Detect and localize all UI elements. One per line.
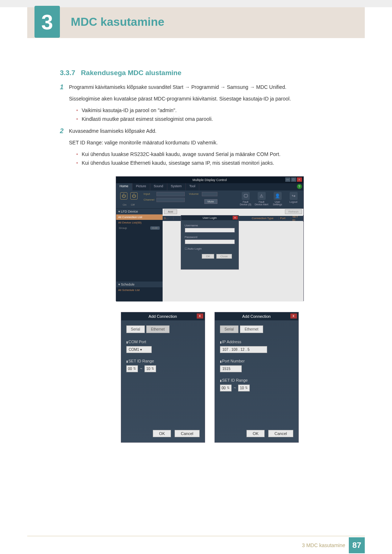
control-bar: ⏻ ⏻ On Off Input Channel Volume Mute 🖵Fa… bbox=[116, 190, 303, 209]
th-setid: SET ID bbox=[291, 215, 303, 222]
tab-serial[interactable]: Serial bbox=[220, 325, 239, 333]
username-input[interactable] bbox=[185, 228, 235, 233]
range-to-spinner[interactable]: 10 bbox=[238, 385, 250, 391]
bullet-item: Kui ühendus luuakse Etherneti kaudu, sis… bbox=[76, 159, 359, 168]
tab-ethernet[interactable]: Ethernet bbox=[240, 325, 263, 333]
step-1: 1 Programmi käivitamiseks klõpsake suvan… bbox=[60, 83, 359, 91]
bullet-text: Kindlasti muutke pärast esimest sisselog… bbox=[82, 115, 213, 124]
channel-dropdown[interactable] bbox=[156, 198, 185, 202]
power-on-icon[interactable]: ⏻ bbox=[120, 192, 127, 200]
add-button[interactable]: Add bbox=[164, 209, 177, 214]
step-2-sub: SET ID Range: valige monitorile määratud… bbox=[69, 139, 359, 147]
sidebar: LFD Device All Connection List All Devic… bbox=[116, 209, 163, 301]
bullet-text: Kui ühendus luuakse Etherneti kaudu, sis… bbox=[82, 159, 274, 168]
step-number: 2 bbox=[60, 127, 69, 135]
login-ok-button[interactable]: OK bbox=[202, 254, 214, 259]
tab-serial[interactable]: Serial bbox=[126, 325, 145, 333]
login-close-icon[interactable]: x bbox=[233, 216, 238, 219]
ok-button[interactable]: OK bbox=[246, 430, 265, 437]
tab-picture[interactable]: Picture bbox=[132, 183, 150, 190]
tab-sound[interactable]: Sound bbox=[150, 183, 167, 190]
cancel-button[interactable]: Cancel bbox=[268, 430, 293, 437]
tab-tool[interactable]: Tool bbox=[186, 183, 200, 190]
step-1-sub: Sisselogimise aken kuvatakse pärast MDC-… bbox=[69, 95, 359, 103]
input-label: Input bbox=[144, 192, 156, 196]
tab-home[interactable]: Home bbox=[116, 183, 132, 190]
dialog-title-text: Add Connection bbox=[242, 314, 270, 319]
power-on-label: On bbox=[123, 203, 127, 206]
window-buttons: — □ x bbox=[285, 177, 302, 182]
login-close-button[interactable]: Close bbox=[216, 254, 232, 259]
sidebar-schedule-header[interactable]: Schedule bbox=[116, 282, 163, 287]
port-number-label: Port Number bbox=[220, 359, 293, 363]
input-dropdown[interactable] bbox=[156, 192, 185, 196]
help-icon[interactable]: ? bbox=[297, 184, 302, 189]
page-footer: 3 MDC kasutamine 87 bbox=[27, 536, 365, 554]
close-icon[interactable]: x bbox=[290, 313, 297, 319]
add-connection-serial-dialog: Add Connection x Serial Ethernet COM Por… bbox=[121, 312, 205, 443]
user-settings-icon[interactable]: 👤User Settings bbox=[271, 192, 285, 207]
mdc-screenshot: Multiple Display Control — □ x ? Home Pi… bbox=[116, 176, 304, 301]
minimize-icon[interactable]: — bbox=[285, 177, 290, 182]
maximize-icon[interactable]: □ bbox=[291, 177, 296, 182]
user-label: User Settings bbox=[271, 201, 285, 206]
range-separator: ~ bbox=[140, 366, 142, 371]
comport-dropdown[interactable]: COM1 ▾ bbox=[126, 346, 152, 353]
close-icon[interactable]: x bbox=[297, 177, 302, 182]
setid-range-label: SET ID Range bbox=[126, 359, 200, 363]
tab-system[interactable]: System bbox=[167, 183, 186, 190]
sidebar-all-schedule[interactable]: All Schedule List bbox=[116, 287, 163, 293]
step-text: Programmi käivitamiseks klõpsake suvandi… bbox=[69, 83, 359, 91]
username-label: Username bbox=[185, 224, 235, 227]
password-input[interactable] bbox=[185, 239, 235, 244]
input-controls: Input Channel bbox=[142, 190, 187, 208]
step-1-bullets: Vaikimisi kasutaja-ID ja parool on "admi… bbox=[76, 106, 359, 124]
fault-device-icon[interactable]: 🖵Fault Device (0) bbox=[239, 192, 253, 207]
fault-alert-icon[interactable]: ⚠Fault Device Alert bbox=[255, 192, 269, 207]
th-connection: Connection Type bbox=[250, 217, 279, 220]
footer-text: 3 MDC kasutamine bbox=[302, 542, 345, 548]
login-title: User Login x bbox=[181, 216, 238, 220]
sidebar-lfd-header[interactable]: LFD Device bbox=[116, 209, 163, 214]
content-area: 3.3.7 Rakendusega MDC alustamine 1 Progr… bbox=[60, 69, 359, 443]
logout-label: Logout bbox=[287, 201, 301, 203]
range-from-spinner[interactable]: 00 bbox=[126, 365, 138, 372]
chapter-number-badge: 3 bbox=[34, 6, 60, 38]
password-label: Password bbox=[185, 235, 235, 239]
bullet-text: Kui ühendus luuakse RS232C-kaabli kaudu,… bbox=[82, 150, 281, 159]
power-off-label: Off bbox=[131, 203, 135, 206]
logout-icon[interactable]: ↪Logout bbox=[287, 192, 301, 207]
cancel-button[interactable]: Cancel bbox=[175, 430, 199, 437]
sidebar-group: Group Edit bbox=[116, 225, 163, 231]
window-titlebar: Multiple Display Control — □ x bbox=[116, 177, 303, 183]
dialog-title: Add Connection x bbox=[215, 312, 298, 320]
dialog-title-text: Add Connection bbox=[148, 314, 177, 319]
step-text: Kuvaseadme lisamiseks klõpsake Add. bbox=[69, 127, 359, 135]
step-2-bullets: Kui ühendus luuakse RS232C-kaabli kaudu,… bbox=[76, 150, 359, 168]
login-title-text: User Login bbox=[203, 216, 217, 219]
sidebar-all-connection[interactable]: All Connection List bbox=[116, 214, 163, 220]
alert-label: Fault Device Alert bbox=[255, 201, 269, 206]
window-body: LFD Device All Connection List All Devic… bbox=[116, 209, 303, 301]
range-to-spinner[interactable]: 10 bbox=[144, 365, 156, 372]
chapter-title: MDC kasutamine bbox=[71, 15, 164, 29]
auto-login-checkbox[interactable]: ☐ Auto Login bbox=[185, 247, 235, 250]
ip-address-label: IP Address bbox=[220, 340, 293, 344]
ip-address-input[interactable]: 107 . 108 . 12 . 5 bbox=[220, 346, 267, 353]
close-icon[interactable]: x bbox=[197, 313, 203, 319]
port-number-input[interactable]: 1515 bbox=[220, 365, 242, 372]
refresh-button[interactable]: Refresh bbox=[285, 209, 302, 214]
range-from-spinner[interactable]: 00 bbox=[220, 385, 232, 391]
ok-button[interactable]: OK bbox=[153, 430, 171, 437]
volume-controls: Volume Mute bbox=[187, 190, 220, 208]
volume-input[interactable] bbox=[202, 192, 217, 196]
edit-button[interactable]: Edit bbox=[150, 226, 160, 230]
sidebar-all-device[interactable]: All Device List(00) bbox=[116, 220, 163, 225]
mute-button[interactable]: Mute bbox=[204, 199, 217, 204]
main-tabs: Home Picture Sound System Tool bbox=[116, 183, 303, 190]
power-controls: ⏻ ⏻ On Off bbox=[116, 190, 142, 208]
step-number: 1 bbox=[60, 83, 69, 91]
tab-ethernet[interactable]: Ethernet bbox=[146, 325, 170, 333]
add-connection-ethernet-dialog: Add Connection x Serial Ethernet IP Addr… bbox=[215, 312, 299, 443]
power-off-icon[interactable]: ⏻ bbox=[130, 192, 138, 200]
